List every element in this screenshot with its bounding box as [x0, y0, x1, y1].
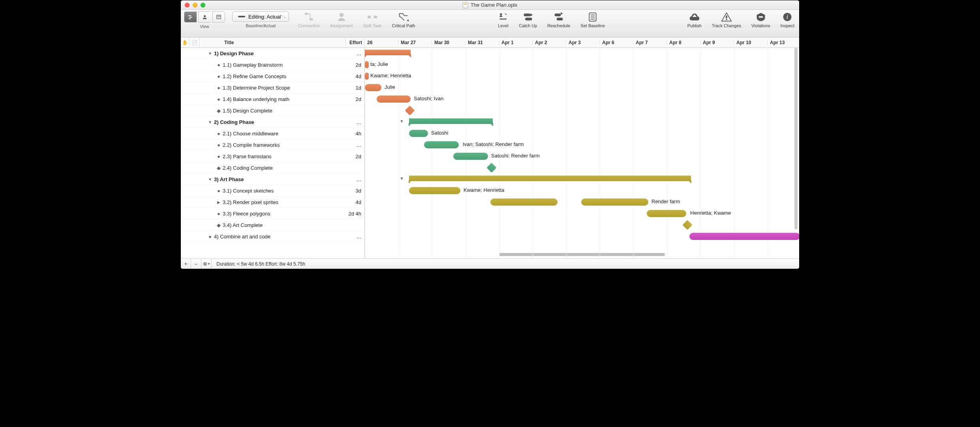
date-header[interactable]: Apr 1 [499, 40, 533, 45]
date-header[interactable]: Apr 8 [667, 40, 700, 45]
task-effort[interactable]: … [345, 51, 364, 56]
disclosure-right-icon[interactable]: ▶ [216, 200, 221, 204]
task-title[interactable]: 1.1) Gameplay Brainstorm [221, 62, 345, 68]
gantt-milestone[interactable] [682, 220, 692, 230]
task-effort[interactable]: 4h [345, 131, 364, 137]
task-title[interactable]: 3.4) Art Complete [221, 222, 345, 228]
date-header[interactable]: Apr 3 [566, 40, 600, 45]
task-title[interactable]: 3.3) Fleece polygons [221, 211, 345, 217]
gantt-milestone[interactable] [405, 105, 415, 115]
task-effort[interactable]: 3d [345, 188, 364, 194]
close-window-button[interactable] [185, 3, 190, 7]
date-header[interactable]: Apr 10 [734, 40, 768, 45]
task-title[interactable]: 1.2) Refine Game Concepts [221, 73, 345, 79]
date-header[interactable]: Apr 9 [700, 40, 734, 45]
violations-button[interactable]: Violations [750, 11, 772, 28]
zoom-window-button[interactable] [201, 3, 205, 7]
notes-column-icon[interactable]: 📄 [190, 37, 200, 47]
task-row[interactable]: ●1.2) Refine Game Concepts4d [181, 71, 364, 82]
action-menu-button[interactable]: ⚙▾ [201, 259, 212, 269]
task-row[interactable]: ●2.1) Choose middleware4h [181, 128, 364, 139]
view-gantt-button[interactable] [184, 11, 197, 22]
track-changes-button[interactable]: Track Changes [710, 11, 743, 28]
gantt-group-bar[interactable] [365, 50, 411, 55]
date-header[interactable]: Mar 27 [398, 40, 432, 45]
disclosure-down-icon[interactable]: ▼ [208, 51, 212, 56]
remove-button[interactable]: – [191, 259, 201, 269]
task-title[interactable]: 1) Design Phase [212, 51, 345, 56]
task-row[interactable]: ◆3.4) Art Complete [181, 219, 364, 231]
task-effort[interactable]: 2d [345, 62, 364, 68]
effort-column-header[interactable]: Effort [346, 37, 365, 47]
date-header[interactable]: Apr 2 [533, 40, 566, 45]
view-calendar-button[interactable] [212, 11, 225, 22]
task-title[interactable]: 1.4) Balance underlying math [221, 96, 345, 102]
gantt-task-bar[interactable] [453, 153, 488, 160]
date-header[interactable]: Apr 7 [633, 40, 667, 45]
task-row[interactable]: ●4) Combine art and code… [181, 231, 364, 242]
task-row[interactable]: ●3.1) Concept sketches3d [181, 185, 364, 197]
task-row[interactable]: ●2.2) Compile frameworks… [181, 139, 364, 151]
gantt-task-bar[interactable] [409, 187, 460, 194]
baseline-actual-selector[interactable]: Editing: Actual [232, 11, 289, 22]
task-title[interactable]: 3.1) Concept sketches [221, 188, 345, 194]
task-effort[interactable]: 4d [345, 199, 364, 205]
horizontal-scrollbar[interactable] [499, 253, 665, 256]
gantt-task-bar[interactable] [424, 141, 459, 148]
catch-up-button[interactable]: Catch Up [517, 11, 539, 28]
task-row[interactable]: ●2.3) Parse framistans2d [181, 151, 364, 162]
task-title[interactable]: 2.4) Coding Complete [221, 165, 345, 171]
level-button[interactable]: Level [496, 11, 510, 28]
task-row[interactable]: ●3.3) Fleece polygons2d 4h [181, 208, 364, 219]
inspect-button[interactable]: i Inspect [779, 11, 796, 28]
date-header[interactable]: 26 [365, 40, 398, 45]
critical-path-button[interactable]: Critical Path [390, 11, 417, 28]
gantt-task-bar[interactable] [490, 199, 558, 206]
task-row[interactable]: ▼3) Art Phase… [181, 174, 364, 185]
gantt-timeline[interactable]: ta; JulieKwame; HenriettaJulieSatoshi; I… [365, 48, 799, 258]
vertical-scrollbar[interactable] [794, 48, 798, 229]
task-title[interactable]: 3.2) Render pixel sprites [221, 199, 345, 205]
set-baseline-button[interactable]: Set Baseline [579, 11, 606, 28]
timeline-header[interactable]: 26Mar 27Mar 30Mar 31Apr 1Apr 2Apr 3Apr 6… [365, 40, 800, 45]
task-effort[interactable]: 2d 4h [345, 211, 364, 217]
grab-column-icon[interactable]: ✋ [181, 37, 190, 47]
minimize-window-button[interactable] [193, 3, 197, 7]
title-column-header[interactable]: Title [200, 37, 346, 47]
task-effort[interactable]: 2d [345, 96, 364, 102]
view-resources-button[interactable] [198, 11, 211, 22]
task-title[interactable]: 2.1) Choose middleware [221, 131, 345, 137]
date-header[interactable]: Mar 30 [432, 40, 466, 45]
task-effort[interactable]: … [345, 142, 364, 148]
gantt-task-bar[interactable] [365, 73, 369, 80]
gantt-group-bar[interactable] [409, 118, 493, 124]
task-row[interactable]: ●1.3) Determine Project Scope1d [181, 82, 364, 94]
task-title[interactable]: 4) Combine art and code [212, 234, 345, 240]
task-effort[interactable]: 1d [345, 85, 364, 91]
add-button[interactable]: + [181, 259, 191, 269]
task-title[interactable]: 1.3) Determine Project Scope [221, 85, 345, 91]
gantt-task-bar[interactable] [409, 130, 428, 137]
task-row[interactable]: ●1.4) Balance underlying math2d [181, 94, 364, 105]
reschedule-button[interactable]: Reschedule [546, 11, 572, 28]
date-header[interactable]: Mar 31 [466, 40, 499, 45]
gantt-task-bar[interactable] [377, 96, 411, 103]
task-effort[interactable]: … [345, 234, 364, 240]
task-title[interactable]: 2) Coding Phase [212, 119, 345, 125]
date-header[interactable]: Apr 6 [600, 40, 633, 45]
task-effort[interactable]: … [345, 119, 364, 125]
task-effort[interactable]: … [345, 176, 364, 182]
task-row[interactable]: ▼1) Design Phase… [181, 48, 364, 59]
task-row[interactable]: ◆2.4) Coding Complete [181, 162, 364, 174]
task-effort[interactable]: 4d [345, 73, 364, 79]
task-title[interactable]: 3) Art Phase [212, 176, 345, 182]
task-effort[interactable]: 2d [345, 154, 364, 159]
gantt-task-bar[interactable] [647, 210, 686, 217]
task-title[interactable]: 2.2) Compile frameworks [221, 142, 345, 148]
group-disclosure-icon[interactable]: ▼ [400, 176, 404, 181]
assignment-button[interactable]: Assignment [329, 11, 354, 28]
date-header[interactable]: Apr 13 [768, 40, 800, 45]
gantt-task-bar[interactable] [365, 61, 369, 68]
task-outline[interactable]: ▼1) Design Phase…●1.1) Gameplay Brainsto… [181, 48, 365, 258]
connection-button[interactable]: Connection [296, 11, 321, 28]
